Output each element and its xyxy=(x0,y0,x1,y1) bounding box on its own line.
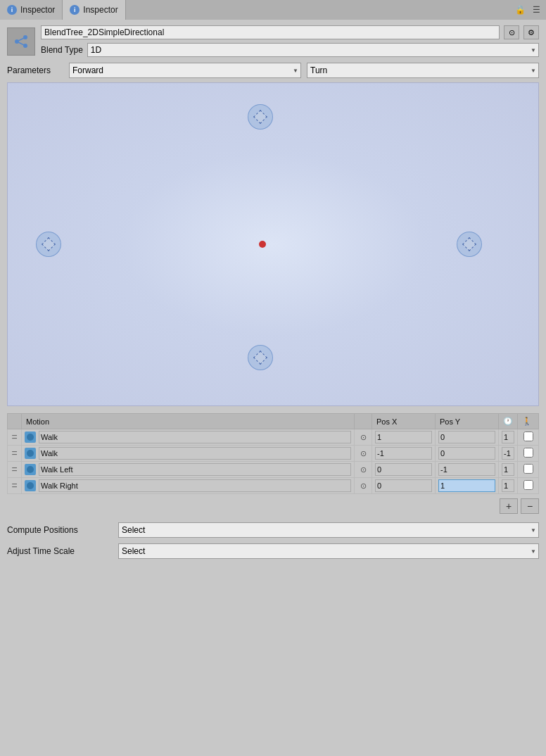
node-top[interactable] xyxy=(248,104,273,130)
parameters-row: Parameters Forward Turn Turn Forward xyxy=(7,63,539,78)
table-row: = ⊙ xyxy=(8,462,539,478)
table-row: = ⊙ xyxy=(8,429,539,446)
motion-pos-x-input[interactable] xyxy=(375,479,432,492)
menu-button[interactable]: ☰ xyxy=(531,4,542,16)
settings-icon-button[interactable]: ⚙ xyxy=(523,25,539,39)
motion-icon xyxy=(25,448,36,459)
lock-button[interactable]: 🔒 xyxy=(514,4,527,16)
motion-name-cell xyxy=(22,462,355,478)
motion-pos-y-input[interactable] xyxy=(438,479,495,492)
adjust-time-scale-label: Adjust Time Scale xyxy=(7,546,113,556)
center-dot[interactable] xyxy=(259,241,266,248)
th-clock-icon: 🕐 xyxy=(499,414,518,429)
node-diamond-bottom xyxy=(253,351,267,365)
param2-select[interactable]: Turn Forward xyxy=(307,63,539,78)
motion-gear-button[interactable]: ⊙ xyxy=(357,431,369,443)
tab-actions: 🔒 ☰ xyxy=(514,0,546,20)
param2-select-wrapper: Turn Forward xyxy=(307,63,539,78)
motion-last-col-cell xyxy=(499,478,518,494)
tab-label-1: Inspector xyxy=(20,5,55,15)
parameters-label: Parameters xyxy=(7,65,63,75)
motion-pos-y-cell xyxy=(436,446,499,462)
compute-positions-select[interactable]: Select Velocity XZ Speed Normalized Spee… xyxy=(118,522,539,538)
motion-name-input[interactable] xyxy=(39,447,351,460)
motion-last-col-input[interactable] xyxy=(502,463,514,476)
row-handle[interactable]: = xyxy=(8,478,22,494)
motion-checkbox[interactable] xyxy=(523,480,533,490)
blend-tree-icon xyxy=(7,27,35,56)
motion-pos-x-cell xyxy=(372,446,436,462)
blend-type-select-wrapper: 1D 2D Simple Directional 2D Freeform Dir… xyxy=(87,43,539,57)
node-diamond-right xyxy=(462,237,476,251)
motion-last-col-input[interactable] xyxy=(502,479,514,492)
table-header-row: Motion Pos X Pos Y 🕐 🚶 xyxy=(8,414,539,429)
motion-gear-button[interactable]: ⊙ xyxy=(357,464,369,475)
motion-gear-button[interactable]: ⊙ xyxy=(357,448,369,459)
motion-pos-y-input[interactable] xyxy=(438,463,495,476)
motion-pos-x-input[interactable] xyxy=(375,447,432,460)
remove-motion-button[interactable]: − xyxy=(521,498,539,514)
motion-checkbox[interactable] xyxy=(523,448,533,458)
motion-name-input[interactable] xyxy=(39,463,351,476)
tab-info-icon-2: i xyxy=(70,5,80,15)
th-pos-x: Pos X xyxy=(372,414,436,429)
motion-checkbox-cell xyxy=(518,478,539,494)
motion-checkbox-cell xyxy=(518,429,539,446)
row-handle[interactable]: = xyxy=(8,446,22,462)
motion-pos-x-input[interactable] xyxy=(375,431,432,443)
target-icon-button[interactable]: ⊙ xyxy=(504,25,519,39)
th-pos-y: Pos Y xyxy=(436,414,499,429)
motion-pos-y-cell xyxy=(436,462,499,478)
svg-line-4 xyxy=(17,42,25,46)
adjust-time-scale-select[interactable]: Select Reset Time Scale Normalize Normal… xyxy=(118,543,539,559)
motion-pos-y-cell xyxy=(436,478,499,494)
row-handle[interactable]: = xyxy=(8,462,22,478)
adjust-time-scale-select-wrapper: Select Reset Time Scale Normalize Normal… xyxy=(118,543,539,559)
row-handle[interactable]: = xyxy=(8,429,22,446)
th-handle xyxy=(8,414,22,429)
th-motion: Motion xyxy=(22,414,355,429)
motion-name-input[interactable] xyxy=(39,479,351,492)
add-remove-row: + − xyxy=(7,498,539,514)
tab-inspector-1[interactable]: i Inspector xyxy=(0,0,63,20)
motion-name-cell xyxy=(22,429,355,446)
motion-icon xyxy=(25,464,36,475)
motion-name-cell xyxy=(22,478,355,494)
node-left[interactable] xyxy=(36,232,61,257)
motion-pos-y-cell xyxy=(436,429,499,446)
motion-checkbox[interactable] xyxy=(523,464,533,474)
motion-last-col-input[interactable] xyxy=(502,447,514,460)
blend-name-input[interactable] xyxy=(41,25,500,39)
node-right[interactable] xyxy=(457,232,482,257)
motion-pos-y-input[interactable] xyxy=(438,431,495,443)
node-bottom[interactable] xyxy=(248,345,273,370)
add-motion-button[interactable]: + xyxy=(500,498,518,514)
motion-name-cell xyxy=(22,446,355,462)
motion-last-col-input[interactable] xyxy=(502,431,514,443)
table-row: = ⊙ xyxy=(8,478,539,494)
motion-checkbox-cell xyxy=(518,462,539,478)
title-input-row: ⊙ ⚙ xyxy=(41,25,539,39)
tab-inspector-2[interactable]: i Inspector xyxy=(63,0,125,20)
inspector-body: ⊙ ⚙ Blend Type 1D 2D Simple Directional … xyxy=(0,20,546,570)
tab-bar: i Inspector i Inspector 🔒 ☰ xyxy=(0,0,546,20)
motion-gear-button[interactable]: ⊙ xyxy=(357,480,369,491)
compute-positions-row: Compute Positions Select Velocity XZ Spe… xyxy=(7,522,539,538)
motion-pos-x-input[interactable] xyxy=(375,463,432,476)
title-fields: ⊙ ⚙ Blend Type 1D 2D Simple Directional … xyxy=(41,25,539,57)
node-diamond-left xyxy=(42,237,56,251)
blend-diagram[interactable] xyxy=(7,82,539,406)
blend-type-row: Blend Type 1D 2D Simple Directional 2D F… xyxy=(41,43,539,57)
motion-last-col-cell xyxy=(499,446,518,462)
motion-pos-y-input[interactable] xyxy=(438,447,495,460)
motion-gear-cell: ⊙ xyxy=(355,462,372,478)
table-row: = ⊙ xyxy=(8,446,539,462)
motion-name-input[interactable] xyxy=(39,431,351,443)
motion-pos-x-cell xyxy=(372,462,436,478)
motion-gear-cell: ⊙ xyxy=(355,446,372,462)
blend-type-select[interactable]: 1D 2D Simple Directional 2D Freeform Dir… xyxy=(87,43,539,57)
param1-select[interactable]: Forward Turn xyxy=(69,63,301,78)
tab-label-2: Inspector xyxy=(83,5,118,15)
motion-checkbox[interactable] xyxy=(523,431,533,441)
motion-gear-cell: ⊙ xyxy=(355,478,372,494)
